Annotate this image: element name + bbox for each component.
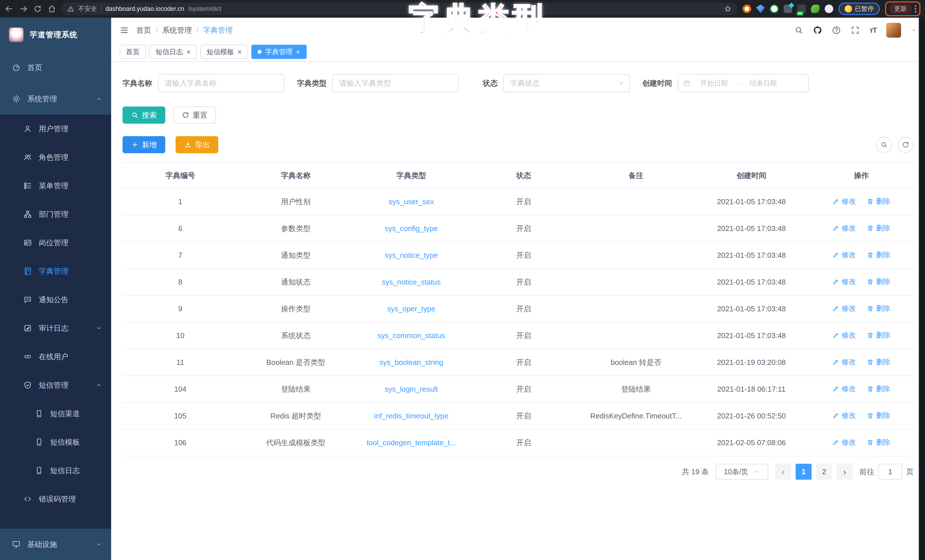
- edit-link[interactable]: 修改: [832, 330, 856, 340]
- browser-back-icon[interactable]: [5, 4, 14, 14]
- sidebar-item-infra[interactable]: 基础设施: [0, 529, 111, 560]
- tab[interactable]: 短信模板 ×: [200, 45, 248, 59]
- extension-icon[interactable]: [811, 5, 820, 13]
- search-button[interactable]: 搜索: [122, 107, 165, 123]
- breadcrumb-system[interactable]: 系统管理: [162, 26, 192, 35]
- github-icon[interactable]: [813, 26, 822, 35]
- sidebar-item-sms[interactable]: 短信管理: [0, 371, 111, 399]
- delete-link[interactable]: 删除: [867, 384, 890, 393]
- extension-icon[interactable]: [743, 5, 751, 13]
- delete-link[interactable]: 删除: [867, 250, 890, 259]
- reset-button[interactable]: 重置: [173, 107, 216, 123]
- hamburger-icon[interactable]: [120, 26, 129, 35]
- extension-icon[interactable]: on: [797, 5, 806, 13]
- app-logo-row[interactable]: 芋道管理系统: [0, 18, 111, 52]
- edit-link[interactable]: 修改: [832, 304, 856, 313]
- sidebar-item-errcode[interactable]: 错误码管理: [0, 485, 111, 513]
- delete-link[interactable]: 删除: [867, 330, 890, 340]
- add-button[interactable]: 新增: [122, 136, 165, 153]
- show-search-button[interactable]: [876, 137, 892, 153]
- dict-type-link[interactable]: sys_boolean_string: [379, 358, 443, 367]
- chevron-down-icon[interactable]: [911, 27, 916, 33]
- export-button[interactable]: 导出: [176, 136, 218, 153]
- address-bar[interactable]: 不安全 dashboard.yudao.iocoder.cn/system/di…: [62, 3, 738, 15]
- sidebar-item-sms-channel[interactable]: 短信渠道: [0, 399, 111, 428]
- extensions-puzzle-icon[interactable]: [825, 5, 833, 13]
- page-button-2[interactable]: 2: [816, 464, 832, 480]
- edit-link[interactable]: 修改: [832, 250, 856, 259]
- edit-link[interactable]: 修改: [832, 438, 856, 447]
- search-icon[interactable]: [794, 26, 803, 35]
- sidebar-item-sms-log[interactable]: 短信日志: [0, 456, 111, 485]
- dict-type-link[interactable]: sys_notice_type: [385, 251, 438, 259]
- breadcrumb-home[interactable]: 首页: [136, 26, 151, 35]
- help-icon[interactable]: [832, 26, 841, 35]
- browser-menu-icon[interactable]: [915, 5, 916, 12]
- date-range-picker[interactable]: -: [678, 74, 809, 92]
- end-date-input[interactable]: [743, 79, 783, 87]
- dict-type-link[interactable]: sys_common_status: [378, 331, 445, 340]
- edit-link[interactable]: 修改: [832, 223, 856, 233]
- page-size-select[interactable]: 10条/页: [716, 464, 768, 480]
- sidebar-item-dict[interactable]: 字典管理: [0, 257, 111, 285]
- sidebar-item-role[interactable]: 角色管理: [0, 143, 111, 172]
- start-date-input[interactable]: [694, 79, 735, 87]
- browser-home-icon[interactable]: [47, 4, 56, 14]
- edit-link[interactable]: 修改: [832, 411, 856, 420]
- close-icon[interactable]: ×: [296, 48, 300, 56]
- delete-link[interactable]: 删除: [867, 438, 890, 447]
- status-select[interactable]: [503, 74, 630, 92]
- delete-link[interactable]: 删除: [867, 411, 890, 420]
- edit-link[interactable]: 修改: [832, 197, 856, 206]
- edit-link[interactable]: 修改: [832, 277, 856, 286]
- sidebar-item-menu[interactable]: 菜单管理: [0, 172, 111, 200]
- delete-link[interactable]: 删除: [867, 277, 890, 286]
- user-avatar[interactable]: [886, 23, 901, 38]
- status-select-input[interactable]: [503, 74, 630, 92]
- dict-type-link[interactable]: sys_login_result: [385, 385, 438, 393]
- bookmark-star-icon[interactable]: [724, 5, 732, 13]
- dict-type-link[interactable]: sys_oper_type: [387, 304, 435, 313]
- sidebar-item-user[interactable]: 用户管理: [0, 114, 111, 143]
- close-icon[interactable]: ×: [237, 48, 242, 56]
- fullscreen-icon[interactable]: [851, 26, 860, 35]
- page-button-1[interactable]: 1: [795, 464, 812, 480]
- delete-link[interactable]: 删除: [867, 223, 890, 233]
- dict-type-link[interactable]: sys_user_sex: [389, 197, 434, 206]
- dict-type-link[interactable]: sys_config_type: [385, 224, 438, 233]
- sidebar-item-dept[interactable]: 部门管理: [0, 200, 111, 229]
- profile-paused-badge[interactable]: 已暂停: [838, 3, 880, 15]
- extension-icon[interactable]: [783, 5, 792, 13]
- delete-link[interactable]: 删除: [867, 304, 890, 313]
- dict-type-link[interactable]: tool_codegen_template_t...: [366, 438, 456, 447]
- sidebar-item-sms-template[interactable]: 短信模板: [0, 428, 111, 456]
- refresh-table-button[interactable]: [898, 137, 914, 153]
- extension-icon[interactable]: [770, 5, 779, 13]
- browser-reload-icon[interactable]: [33, 4, 42, 14]
- close-icon[interactable]: ×: [186, 48, 191, 56]
- tab[interactable]: 字典管理 ×: [252, 45, 306, 59]
- sidebar-item-home[interactable]: 首页: [0, 52, 111, 83]
- dict-type-link[interactable]: inf_redis_timeout_type: [374, 412, 449, 420]
- extension-icon[interactable]: [756, 5, 765, 13]
- sidebar-item-notice[interactable]: 通知公告: [0, 285, 111, 314]
- dict-name-input[interactable]: [158, 74, 285, 92]
- sidebar-item-post[interactable]: 岗位管理: [0, 229, 111, 257]
- delete-link[interactable]: 删除: [867, 357, 890, 367]
- next-page-button[interactable]: ›: [837, 464, 853, 480]
- browser-forward-icon[interactable]: [19, 4, 28, 14]
- font-size-icon[interactable]: тT: [869, 26, 877, 35]
- edit-link[interactable]: 修改: [832, 357, 856, 367]
- delete-link[interactable]: 删除: [867, 197, 890, 206]
- prev-page-button[interactable]: ‹: [775, 464, 791, 480]
- sidebar-item-online-user[interactable]: 在线用户: [0, 342, 111, 371]
- tab[interactable]: 短信日志 ×: [149, 45, 197, 59]
- tab[interactable]: 首页: [120, 45, 146, 59]
- dict-type-link[interactable]: sys_notice_status: [382, 278, 441, 286]
- dict-type-input[interactable]: [332, 74, 459, 92]
- sidebar-item-audit-log[interactable]: 审计日志: [0, 314, 111, 342]
- update-button[interactable]: 更新: [889, 4, 912, 14]
- goto-page-input[interactable]: [878, 464, 902, 480]
- edit-link[interactable]: 修改: [832, 384, 856, 393]
- sidebar-item-system[interactable]: 系统管理: [0, 83, 111, 114]
